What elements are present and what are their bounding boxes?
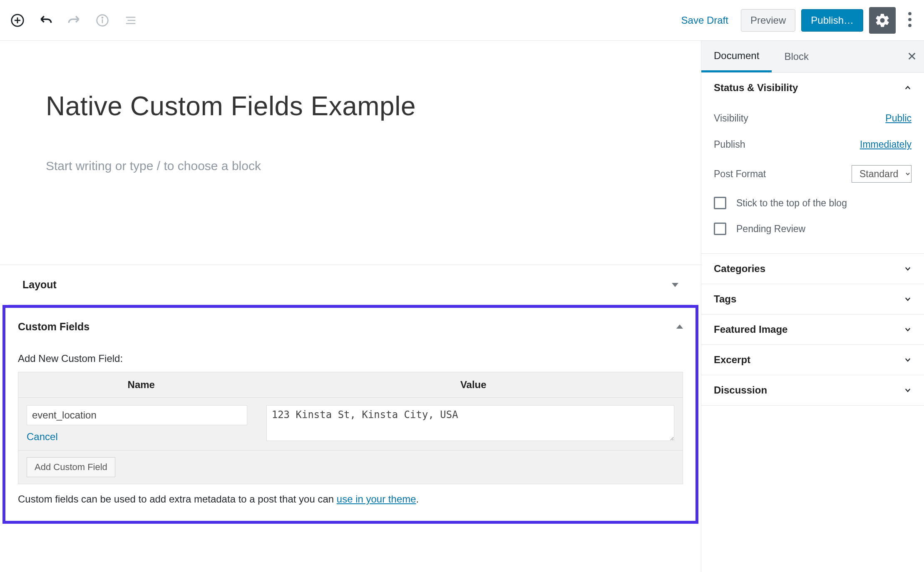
publish-button[interactable]: Publish… (801, 9, 863, 32)
tags-toggle[interactable]: Tags (701, 284, 924, 314)
tab-block[interactable]: Block (772, 41, 821, 72)
discussion-toggle[interactable]: Discussion (701, 375, 924, 405)
post-format-label: Post Format (714, 168, 766, 180)
top-toolbar: Save Draft Preview Publish… (0, 0, 924, 41)
visibility-label: Visibility (714, 113, 748, 124)
redo-button[interactable] (67, 13, 82, 28)
add-block-button[interactable] (10, 13, 25, 28)
custom-fields-title: Custom Fields (18, 321, 89, 333)
publish-value[interactable]: Immediately (860, 139, 912, 150)
cancel-link[interactable]: Cancel (27, 431, 266, 443)
sticky-label: Stick to the top of the blog (736, 198, 847, 209)
chevron-up-icon (904, 84, 912, 92)
excerpt-toggle[interactable]: Excerpt (701, 345, 924, 375)
pending-review-checkbox[interactable] (714, 223, 726, 235)
visibility-value[interactable]: Public (885, 113, 912, 124)
add-custom-field-button[interactable]: Add Custom Field (27, 457, 115, 477)
chevron-down-icon (904, 295, 912, 303)
metaboxes: Layout Custom Fields Add New Custom Fiel… (0, 265, 701, 524)
name-column-header: Name (18, 372, 264, 397)
layout-title: Layout (22, 279, 57, 291)
svg-point-11 (908, 24, 912, 27)
close-sidebar-button[interactable] (907, 50, 917, 64)
settings-sidebar: Document Block Status & Visibility Visib… (701, 41, 924, 572)
chevron-up-icon (676, 324, 683, 329)
layout-toggle[interactable]: Layout (22, 265, 678, 305)
custom-fields-help: Custom fields can be used to add extra m… (18, 484, 683, 505)
layout-metabox: Layout (8, 265, 693, 305)
categories-panel: Categories (701, 254, 924, 284)
svg-point-10 (908, 18, 912, 21)
tags-panel: Tags (701, 284, 924, 314)
chevron-down-icon (904, 265, 912, 272)
excerpt-panel: Excerpt (701, 345, 924, 375)
preview-button[interactable]: Preview (741, 9, 795, 32)
discussion-panel: Discussion (701, 375, 924, 406)
undo-button[interactable] (38, 13, 53, 28)
custom-fields-highlight: Custom Fields Add New Custom Field: Name… (2, 305, 698, 524)
pending-label: Pending Review (736, 223, 805, 235)
block-placeholder[interactable]: Start writing or type / to choose a bloc… (46, 159, 655, 173)
custom-fields-table: Name Value Cancel 123 <span class="spell… (18, 372, 683, 484)
field-value-input[interactable]: 123 <span class="spellcheck">Kinsta</spa… (266, 405, 674, 441)
chevron-down-icon (904, 386, 912, 394)
status-visibility-panel: Status & Visibility Visibility Public Pu… (701, 73, 924, 254)
settings-button[interactable] (869, 7, 896, 34)
save-draft-button[interactable]: Save Draft (675, 10, 735, 31)
publish-label: Publish (714, 139, 745, 150)
sidebar-tabs: Document Block (701, 41, 924, 73)
post-format-select[interactable]: Standard (852, 165, 912, 183)
status-title: Status & Visibility (714, 82, 798, 94)
post-title-input[interactable]: Native Custom Fields Example (46, 91, 655, 121)
categories-toggle[interactable]: Categories (701, 254, 924, 284)
svg-point-9 (908, 12, 912, 15)
svg-point-5 (102, 17, 103, 18)
info-button[interactable] (95, 13, 110, 28)
status-visibility-toggle[interactable]: Status & Visibility (701, 73, 924, 103)
chevron-down-icon (904, 356, 912, 364)
field-name-input[interactable] (27, 405, 247, 425)
editor-content: Native Custom Fields Example Start writi… (0, 41, 701, 572)
block-navigation-button[interactable] (123, 13, 138, 28)
sticky-checkbox[interactable] (714, 197, 726, 209)
chevron-down-icon (904, 326, 912, 333)
chevron-down-icon (672, 283, 678, 287)
featured-image-panel: Featured Image (701, 314, 924, 345)
custom-fields-toggle[interactable]: Custom Fields (18, 308, 683, 345)
add-new-field-label: Add New Custom Field: (18, 345, 683, 372)
value-column-header: Value (264, 372, 683, 397)
more-options-button[interactable] (902, 9, 918, 32)
tab-document[interactable]: Document (701, 41, 772, 72)
featured-image-toggle[interactable]: Featured Image (701, 314, 924, 344)
use-in-theme-link[interactable]: use in your theme (337, 493, 416, 505)
